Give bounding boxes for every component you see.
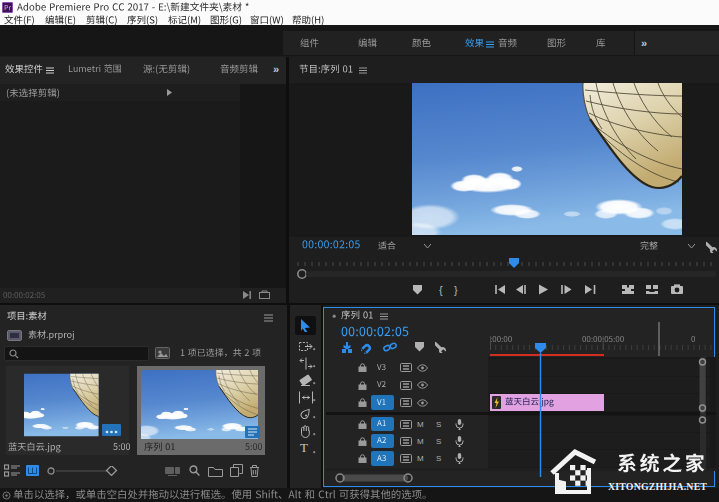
svg-text:{: { xyxy=(439,284,443,296)
svg-text:}: } xyxy=(454,284,458,296)
